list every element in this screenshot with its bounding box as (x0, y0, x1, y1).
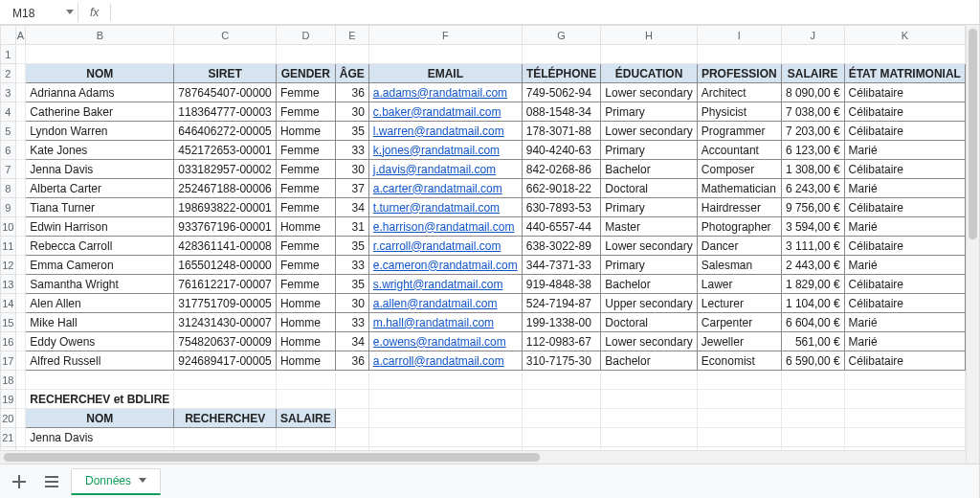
cell-H12[interactable]: Primary (601, 256, 698, 275)
cell-G12[interactable]: 344-7371-33 (522, 256, 601, 275)
cell-B17[interactable]: Alfred Russell (26, 351, 174, 371)
cell-I6[interactable]: Accountant (697, 141, 781, 160)
cell-H20[interactable] (601, 409, 698, 428)
cell-F18[interactable] (368, 371, 522, 390)
cell-F7[interactable]: j.davis@randatmail.com (368, 160, 522, 179)
cell-E1[interactable] (335, 45, 368, 64)
cell-I16[interactable]: Jeweller (697, 332, 781, 351)
cell-H15[interactable]: Doctoral (601, 313, 698, 332)
cell-C18[interactable] (174, 371, 277, 390)
cell-C15[interactable]: 312431430-00007 (174, 313, 277, 332)
cell-F9[interactable]: t.turner@randatmail.com (368, 198, 522, 217)
cell-K16[interactable]: Marié (844, 332, 965, 351)
cell-E6[interactable]: 33 (335, 141, 368, 160)
cell-D15[interactable]: Homme (276, 313, 335, 332)
cell-I5[interactable]: Programmer (697, 122, 781, 141)
row-header-11[interactable]: 11 (1, 237, 16, 256)
cell-A17[interactable] (15, 351, 26, 371)
cell-K6[interactable]: Marié (844, 141, 965, 160)
cell-K5[interactable]: Célibataire (844, 122, 965, 141)
cell-K15[interactable]: Marié (844, 313, 965, 332)
name-box-dropdown[interactable] (65, 3, 78, 22)
formula-input[interactable] (115, 3, 973, 22)
cell-B16[interactable]: Eddy Owens (26, 332, 174, 351)
col-header-K[interactable]: K (844, 26, 965, 45)
cell-C3[interactable]: 787645407-00000 (174, 83, 277, 102)
row-header-10[interactable]: 10 (1, 217, 16, 237)
cell-A1[interactable] (15, 45, 26, 64)
cell-A10[interactable] (15, 217, 26, 237)
cell-H21[interactable] (601, 428, 698, 447)
cell-K12[interactable]: Marié (844, 256, 965, 275)
cell-B2[interactable]: NOM (26, 64, 174, 83)
cell-D17[interactable]: Homme (276, 351, 335, 371)
cell-J1[interactable] (781, 45, 844, 64)
name-box[interactable]: M18 (6, 3, 61, 22)
cell-H14[interactable]: Upper secondary (601, 294, 698, 313)
cell-G8[interactable]: 662-9018-22 (522, 179, 601, 198)
cell-J11[interactable]: 3 111,00 € (781, 237, 844, 256)
row-header-9[interactable]: 9 (1, 198, 16, 217)
cell-I13[interactable]: Lawer (697, 275, 781, 294)
cell-K4[interactable]: Célibataire (844, 102, 965, 122)
cell-F10[interactable]: e.harrison@randatmail.com (368, 217, 522, 237)
cell-G3[interactable]: 749-5062-94 (522, 83, 601, 102)
horizontal-scrollbar[interactable] (0, 450, 966, 464)
cell-B14[interactable]: Alen Allen (26, 294, 174, 313)
cell-J15[interactable]: 6 604,00 € (781, 313, 844, 332)
cell-J10[interactable]: 3 594,00 € (781, 217, 844, 237)
col-header-J[interactable]: J (781, 26, 844, 45)
cell-C19[interactable] (174, 390, 277, 409)
cell-C21[interactable] (174, 428, 277, 447)
cell-B6[interactable]: Kate Jones (26, 141, 174, 160)
cell-B8[interactable]: Alberta Carter (26, 179, 174, 198)
cell-G1[interactable] (522, 45, 601, 64)
cell-H9[interactable]: Primary (601, 198, 698, 217)
cell-E10[interactable]: 31 (335, 217, 368, 237)
cell-H2[interactable]: ÉDUCATION (601, 64, 698, 83)
cell-D1[interactable] (276, 45, 335, 64)
cell-B20[interactable]: NOM (26, 409, 174, 428)
cell-F1[interactable] (368, 45, 522, 64)
cell-B5[interactable]: Lyndon Warren (26, 122, 174, 141)
cell-H13[interactable]: Bachelor (601, 275, 698, 294)
col-header-B[interactable]: B (26, 26, 174, 45)
cell-G2[interactable]: TÉLÉPHONE (522, 64, 601, 83)
row-header-3[interactable]: 3 (1, 83, 16, 102)
cell-A13[interactable] (15, 275, 26, 294)
cell-H11[interactable]: Lower secondary (601, 237, 698, 256)
cell-I7[interactable]: Composer (697, 160, 781, 179)
row-header-15[interactable]: 15 (1, 313, 16, 332)
cell-A18[interactable] (15, 371, 26, 390)
all-sheets-button[interactable] (38, 469, 65, 494)
vertical-scrollbar[interactable] (966, 25, 979, 464)
cell-G20[interactable] (522, 409, 601, 428)
cell-I20[interactable] (697, 409, 781, 428)
cell-I9[interactable]: Hairdresser (697, 198, 781, 217)
cell-K2[interactable]: ÉTAT MATRIMONIAL (844, 64, 965, 83)
cell-D3[interactable]: Femme (276, 83, 335, 102)
cell-A15[interactable] (15, 313, 26, 332)
cell-E18[interactable] (335, 371, 368, 390)
cell-G11[interactable]: 638-3022-89 (522, 237, 601, 256)
cell-F3[interactable]: a.adams@randatmail.com (368, 83, 522, 102)
cell-H1[interactable] (601, 45, 698, 64)
cell-E8[interactable]: 37 (335, 179, 368, 198)
cell-G21[interactable] (522, 428, 601, 447)
cell-B1[interactable] (26, 45, 174, 64)
row-header-21[interactable]: 21 (1, 428, 16, 447)
cell-D16[interactable]: Homme (276, 332, 335, 351)
cell-J3[interactable]: 8 090,00 € (781, 83, 844, 102)
cell-F14[interactable]: a.allen@randatmail.com (368, 294, 522, 313)
cell-I1[interactable] (697, 45, 781, 64)
cell-H19[interactable] (601, 390, 698, 409)
cell-C2[interactable]: SIRET (174, 64, 277, 83)
cell-H10[interactable]: Master (601, 217, 698, 237)
cell-A3[interactable] (15, 83, 26, 102)
cell-F2[interactable]: EMAIL (368, 64, 522, 83)
spreadsheet-grid[interactable]: ABCDEFGHIJK12NOMSIRETGENDERÂGEEMAILTÉLÉP… (0, 25, 966, 450)
cell-D19[interactable] (276, 390, 335, 409)
row-header-19[interactable]: 19 (1, 390, 16, 409)
cell-C7[interactable]: 033182957-00002 (174, 160, 277, 179)
cell-D6[interactable]: Femme (276, 141, 335, 160)
